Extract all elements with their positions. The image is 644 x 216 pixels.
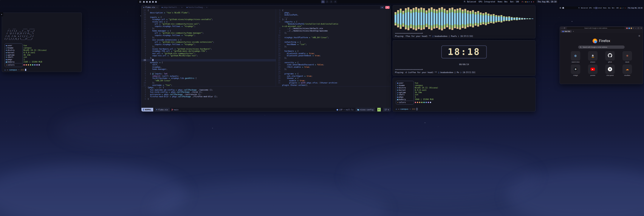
- shortcut-amazon[interactable]: aamazon: [588, 51, 598, 65]
- bluetooth-icon[interactable]: ◆: [622, 7, 622, 9]
- workspace-tag-icon[interactable]: [146, 1, 148, 3]
- new-tab-button[interactable]: +: [573, 30, 574, 33]
- editor-tab-pkgs-default-[interactable]: ❄pkgs/default...×: [160, 6, 185, 9]
- maximize-button[interactable]: ▢: [638, 27, 639, 29]
- buffer-picker-button[interactable]: ◈: [380, 6, 384, 9]
- extension-icon[interactable]: [626, 28, 628, 29]
- line-number: 11: [142, 34, 148, 37]
- search-input[interactable]: Search with Google or enter address: [578, 46, 625, 49]
- code-line: 2 sops-nix.url = "github:Mic92/sops-nix"…: [142, 55, 276, 57]
- workspace-tag-icon[interactable]: [562, 7, 564, 9]
- fetch-row-shell: ❯shellzsh: [396, 94, 438, 96]
- workspace-1[interactable]: 1: [321, 1, 325, 3]
- date-display: 08/08/24: [393, 63, 535, 66]
- visualizer-bar: [436, 10, 438, 28]
- line-number: 15: [276, 46, 282, 48]
- close-tab-icon[interactable]: ×: [182, 6, 182, 9]
- forward-button[interactable]: ›: [562, 27, 563, 29]
- visualizer-bar: [446, 10, 448, 28]
- launcher-icon[interactable]: [560, 7, 561, 9]
- code-line: 10: [276, 34, 391, 37]
- workspace-tag-icon[interactable]: [152, 1, 154, 3]
- workspace-3[interactable]: 3: [329, 1, 333, 3]
- power-icon[interactable]: ⊙: [625, 7, 626, 9]
- editor-pane-pkgs-default[interactable]: 1{pkgs, ...}: {2 tux-awesome-wm-config =…: [142, 86, 391, 108]
- personalize-gear-icon[interactable]: ⚙: [638, 35, 640, 37]
- palette-dot: [30, 64, 31, 66]
- palette-dot: [28, 64, 29, 66]
- visualizer-bar: [529, 18, 531, 19]
- openai-icon: ✻: [605, 65, 615, 74]
- close-tab-icon[interactable]: ×: [206, 6, 207, 9]
- wifi-icon[interactable]: ≈: [623, 7, 624, 9]
- clock-widget-window[interactable]: 18:18 08/08/24 =======================> …: [392, 40, 536, 76]
- workspace-4[interactable]: 4: [334, 1, 337, 3]
- extension-icon[interactable]: [628, 28, 630, 29]
- workspace-2[interactable]: 2: [325, 1, 329, 3]
- extension-icon[interactable]: [631, 28, 632, 29]
- firefox-window[interactable]: ‹ › ⟳ Search with Google or enter addres…: [560, 26, 643, 84]
- launcher-icon[interactable]: [139, 1, 141, 3]
- song-progress-bar: =======================>: [395, 32, 423, 34]
- editor-tab-flake-nix[interactable]: ❄flake.nix×: [142, 6, 160, 9]
- visualizer-bar: [454, 9, 456, 28]
- back-button[interactable]: ‹: [561, 27, 562, 29]
- prompt-host: canopus: [400, 108, 408, 110]
- shortcut-claude[interactable]: ✳claude: [622, 51, 632, 65]
- close-tab-icon[interactable]: ×: [156, 6, 158, 9]
- minimize-button[interactable]: –: [636, 27, 636, 29]
- shortcut-chatgpt[interactable]: ✻chatgpt: [571, 65, 580, 78]
- shortcut-cloudflare[interactable]: ☁cloudflare: [622, 65, 632, 78]
- code-line: 6 } @ inputs: let: [142, 73, 276, 75]
- code-line: 22 security = {: [276, 61, 391, 64]
- shortcut-youtube[interactable]: ▶youtube: [588, 65, 598, 78]
- system-tray: ●◆≈⊙: [620, 7, 626, 9]
- code-line: 19 inputs = {: [142, 16, 276, 19]
- terminal-fastfetch-right[interactable]: ◉usertux⌂hnamecanopus❄distroNixOS 24.11 …: [392, 78, 536, 112]
- workspace-1[interactable]: 1: [595, 7, 598, 9]
- line-number: 5: [142, 96, 148, 98]
- menu-button[interactable]: ≡: [633, 27, 634, 29]
- notifications-icon[interactable]: ✦: [524, 1, 524, 3]
- volume-icon[interactable]: ◗: [531, 1, 532, 3]
- workspace-tag-icon[interactable]: [155, 1, 157, 3]
- power-icon[interactable]: ⊙: [533, 1, 534, 3]
- shortcut-label: cloudflare: [624, 75, 630, 76]
- pkgs-icon: ▤: [4, 58, 8, 61]
- wifi-icon[interactable]: ≈: [529, 1, 530, 3]
- editor-tab-hosts-isoimag-[interactable]: ❄hosts/isoImag..×: [185, 6, 210, 9]
- nixos-ascii-logo: _ ___ ____ _____ / | / (_) __ / __ \/ __…: [4, 27, 35, 41]
- reload-button[interactable]: ⟳: [564, 27, 565, 29]
- shortcut-search-nixos[interactable]: ❄search.nixos: [571, 51, 580, 65]
- close-buffer-button[interactable]: ×: [385, 6, 390, 9]
- audio-visualizer-window[interactable]: =======================> Playing: ffee f…: [392, 5, 536, 38]
- code-line: 25 };: [276, 68, 391, 71]
- editor-pane-iso-image[interactable]: 1{2 pkgs,3 modulesPath,4 ...5}: {6 impor…: [276, 9, 391, 86]
- bluetooth-icon[interactable]: ◆: [527, 1, 528, 3]
- workspace-tag-icon[interactable]: [143, 1, 145, 3]
- music-icon[interactable]: ♬: [522, 1, 522, 3]
- tab-new-tab[interactable]: New Tab: [561, 30, 572, 33]
- visualizer-bar: [402, 11, 404, 27]
- stars: [0, 0, 0, 0]
- layout-indicator-icon[interactable]: ❖: [0, 12, 3, 16]
- shortcut-chat-openai[interactable]: ✻chat.openai: [605, 65, 615, 78]
- terminal-fastfetch-left[interactable]: _ ___ ____ _____ / | / (_) __ / __ \/ __…: [2, 13, 82, 72]
- line-number: 2: [142, 89, 148, 91]
- brightness-icon[interactable]: ●: [620, 7, 621, 9]
- bar-clock[interactable]: Thu Aug 08, 18:18: [627, 7, 643, 9]
- visualizer-bar: [412, 8, 414, 30]
- visualizer-bar: [480, 13, 482, 25]
- brightness-icon[interactable]: ●: [526, 1, 526, 3]
- workspace-tag-icon[interactable]: [149, 1, 151, 3]
- editor-pane-flake-nix[interactable]: 22{21 description = "tux's NixOS Flake";…: [142, 9, 276, 86]
- line-number: [276, 84, 282, 86]
- url-bar[interactable]: Search with Google or enter address: [567, 27, 625, 29]
- code-line: 13 home-manager = {: [142, 30, 276, 32]
- bar-clock[interactable]: Thu Aug 08, 18:18: [536, 1, 558, 3]
- close-button[interactable]: ✕: [640, 27, 642, 29]
- nix-icon: ❄: [571, 51, 580, 61]
- shortcut-github[interactable]: github: [605, 51, 615, 65]
- neovim-window[interactable]: ❄flake.nix×❄pkgs/default...×❄hosts/isoIm…: [141, 5, 391, 112]
- code-line: 2 tux-awesome-wm-config = pkgs.callPacka…: [142, 89, 391, 91]
